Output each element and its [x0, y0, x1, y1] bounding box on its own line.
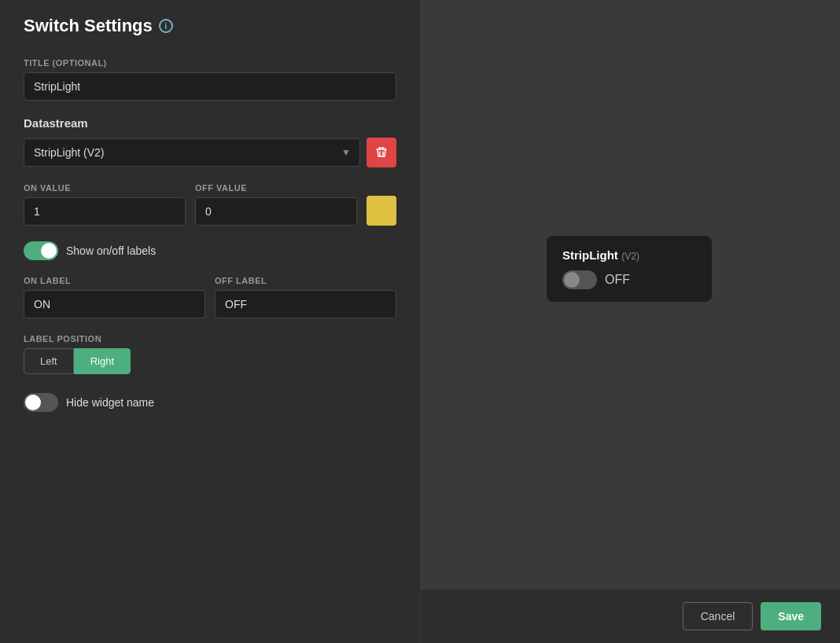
position-right-button[interactable]: Right	[74, 348, 131, 374]
widget-toggle[interactable]	[562, 270, 597, 289]
position-buttons: Left Right	[24, 348, 396, 374]
on-value-input[interactable]	[24, 197, 186, 226]
save-button[interactable]: Save	[761, 602, 821, 630]
page-title: Switch Settings	[24, 16, 153, 36]
off-label-label: OFF LABEL	[215, 276, 396, 285]
label-position-group: LABEL POSITION Left Right	[24, 334, 396, 374]
widget-preview-card: StripLight (V2) OFF	[547, 236, 712, 302]
page-header: Switch Settings i	[24, 16, 396, 36]
cancel-button[interactable]: Cancel	[683, 602, 753, 630]
widget-control-row: OFF	[562, 270, 696, 289]
off-label-group: OFF LABEL	[215, 276, 396, 318]
widget-name: StripLight	[562, 248, 618, 262]
show-labels-row: Show on/off labels	[24, 241, 396, 260]
widget-toggle-thumb	[564, 272, 580, 288]
datastream-select[interactable]: StripLight (V2)	[24, 138, 360, 167]
off-value-group: OFF VALUE	[195, 183, 357, 226]
position-left-button[interactable]: Left	[24, 348, 74, 374]
value-row: ON VALUE OFF VALUE	[24, 183, 396, 226]
datastream-row: StripLight (V2) ▼	[24, 138, 396, 167]
title-input[interactable]	[24, 72, 396, 101]
on-value-group: ON VALUE	[24, 183, 186, 226]
show-labels-thumb	[41, 243, 57, 259]
widget-off-label: OFF	[605, 273, 630, 287]
settings-panel: Switch Settings i TITLE (OPTIONAL) Datas…	[0, 0, 421, 643]
info-icon[interactable]: i	[159, 19, 173, 33]
delete-datastream-button[interactable]	[367, 138, 396, 167]
datastream-select-wrapper: StripLight (V2) ▼	[24, 138, 360, 167]
title-group: TITLE (OPTIONAL)	[24, 58, 396, 101]
on-label-label: ON LABEL	[24, 276, 205, 285]
on-label-group: ON LABEL	[24, 276, 205, 318]
datastream-label: Datastream	[24, 116, 396, 130]
on-label-input[interactable]	[24, 290, 205, 318]
datastream-group: Datastream StripLight (V2) ▼	[24, 116, 396, 167]
main-layout: Switch Settings i TITLE (OPTIONAL) Datas…	[0, 0, 840, 643]
off-label-input[interactable]	[215, 290, 396, 318]
off-value-input[interactable]	[195, 197, 357, 226]
show-labels-toggle[interactable]	[24, 241, 58, 260]
preview-panel: StripLight (V2) OFF Cancel Save	[421, 0, 840, 643]
widget-subtitle: (V2)	[621, 251, 639, 262]
footer-area: Cancel Save	[421, 589, 840, 643]
off-value-color-button[interactable]	[367, 196, 396, 226]
hide-widget-row: Hide widget name	[24, 393, 396, 412]
label-inputs-row: ON LABEL OFF LABEL	[24, 276, 396, 318]
hide-widget-text: Hide widget name	[66, 396, 154, 409]
widget-title-row: StripLight (V2)	[562, 248, 696, 263]
off-value-label: OFF VALUE	[195, 183, 357, 193]
hide-widget-toggle[interactable]	[24, 393, 58, 412]
trash-icon	[375, 146, 388, 159]
hide-widget-thumb	[25, 395, 41, 410]
label-position-label: LABEL POSITION	[24, 334, 396, 344]
title-label: TITLE (OPTIONAL)	[24, 58, 396, 68]
show-labels-text: Show on/off labels	[66, 244, 156, 257]
on-value-label: ON VALUE	[24, 183, 186, 193]
